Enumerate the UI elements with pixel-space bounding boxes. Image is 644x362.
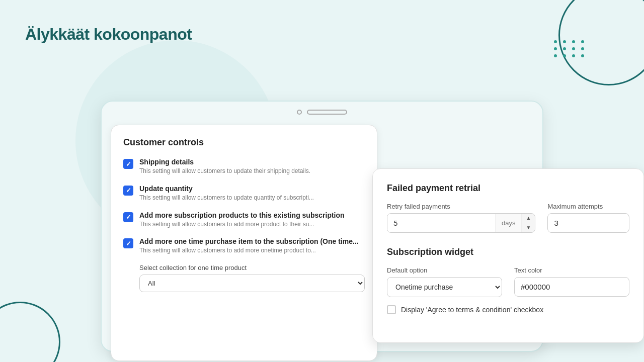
onetime-label: Add more one time purchase item to the s… (139, 237, 359, 245)
control-text-add-subscription: Add more subscription products to this e… (139, 211, 345, 229)
checkbox-add-subscription[interactable] (123, 212, 133, 222)
right-panel: Failed payment retrial Retry failed paym… (372, 168, 644, 343)
retry-field-group: Retry failed payments days ▲ ▼ (387, 203, 535, 233)
control-text-onetime: Add more one time purchase item to the s… (139, 237, 359, 255)
failed-payment-fields: Retry failed payments days ▲ ▼ Maximum a… (387, 203, 629, 233)
tablet-dot (297, 110, 302, 115)
dot (563, 40, 566, 43)
dot (563, 54, 566, 57)
retry-decrement[interactable]: ▼ (522, 223, 535, 232)
checkbox-onetime[interactable] (123, 238, 133, 248)
agree-checkbox[interactable] (387, 305, 396, 314)
customer-controls-title: Customer controls (123, 137, 365, 148)
agree-checkbox-label: Display 'Agree to terms & condition' che… (401, 306, 543, 314)
retry-increment[interactable]: ▲ (522, 214, 535, 223)
max-attempts-field-group: Maximum attempts (547, 203, 629, 233)
collection-label: Select collection for one time product (139, 264, 365, 272)
dot (554, 40, 557, 43)
subscription-widget-section: Subscription widget Default option Oneti… (387, 247, 629, 314)
shipping-desc: This setting will allow customers to upd… (139, 167, 310, 175)
customer-controls-panel: Customer controls Shipping details This … (111, 125, 377, 361)
tablet-pill (307, 110, 347, 115)
dot (572, 54, 575, 57)
retry-input[interactable] (387, 214, 495, 232)
agree-checkbox-row: Display 'Agree to terms & condition' che… (387, 305, 629, 314)
text-color-input[interactable] (514, 277, 629, 297)
retry-spinner: ▲ ▼ (521, 214, 535, 232)
add-subscription-label: Add more subscription products to this e… (139, 211, 345, 219)
onetime-desc: This setting will allow customers to add… (139, 246, 359, 255)
control-item-shipping: Shipping details This setting will allow… (123, 158, 365, 175)
text-color-field-group: Text color (514, 266, 629, 297)
dot (581, 40, 584, 43)
retry-input-wrapper: days ▲ ▼ (387, 213, 535, 233)
dot (554, 47, 557, 50)
collection-select[interactable]: All (139, 275, 365, 292)
shipping-label: Shipping details (139, 158, 310, 166)
default-option-select[interactable]: Onetime purchase Subscription (387, 277, 502, 297)
failed-payment-title: Failed payment retrial (387, 183, 629, 194)
dot (581, 47, 584, 50)
dot (563, 47, 566, 50)
default-option-label: Default option (387, 266, 502, 274)
quantity-desc: This setting will allow customers to upd… (139, 194, 314, 202)
quantity-label: Update quantity (139, 185, 314, 193)
max-attempts-input[interactable] (547, 213, 629, 233)
checkbox-shipping[interactable] (123, 159, 133, 169)
failed-payment-section: Failed payment retrial Retry failed paym… (387, 183, 629, 233)
dot (554, 54, 557, 57)
retry-label: Retry failed payments (387, 203, 535, 210)
checkbox-quantity[interactable] (123, 186, 133, 196)
add-subscription-desc: This setting will allow customers to add… (139, 220, 345, 229)
retry-unit: days (495, 214, 521, 232)
tablet-top-bar (102, 102, 542, 123)
subscription-widget-title: Subscription widget (387, 247, 629, 257)
subscription-widget-fields: Default option Onetime purchase Subscrip… (387, 266, 629, 297)
dot (572, 40, 575, 43)
control-text-quantity: Update quantity This setting will allow … (139, 185, 314, 202)
collection-subsection: Select collection for one time product A… (139, 264, 365, 292)
control-item-onetime: Add more one time purchase item to the s… (123, 237, 365, 255)
dots-grid-decoration (554, 40, 586, 57)
text-color-label: Text color (514, 266, 629, 274)
control-item-add-subscription: Add more subscription products to this e… (123, 211, 365, 229)
default-option-field-group: Default option Onetime purchase Subscrip… (387, 266, 502, 297)
control-item-quantity: Update quantity This setting will allow … (123, 185, 365, 202)
dot (581, 54, 584, 57)
page-title: Älykkäät kokoonpanot (25, 25, 192, 44)
max-attempts-label: Maximum attempts (547, 203, 629, 210)
control-text-shipping: Shipping details This setting will allow… (139, 158, 310, 175)
bg-circle-bottom-left (0, 302, 60, 362)
dot (572, 47, 575, 50)
